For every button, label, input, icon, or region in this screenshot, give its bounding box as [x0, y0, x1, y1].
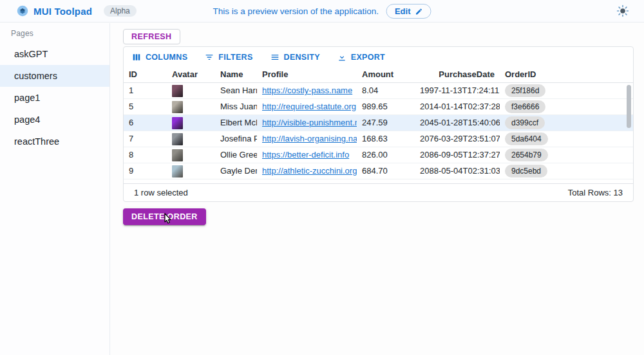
columns-button-label: COLUMNS: [146, 53, 187, 62]
cell-name: Josefina P...: [215, 131, 257, 147]
cell-id: 5: [124, 99, 167, 114]
cell-purchasedate: 2088-05-04T02:31:03.294Z: [415, 163, 500, 179]
delete-order-button[interactable]: DELETE ORDER: [123, 208, 206, 225]
avatar: [172, 165, 183, 178]
cell-avatar: [167, 99, 215, 114]
profile-link[interactable]: http://required-statute.org: [262, 102, 356, 111]
cell-purchasedate: 2076-03-29T23:51:07.968Z: [415, 131, 500, 147]
cell-name: Miss Juan ...: [215, 99, 257, 114]
cell-purchasedate: 2014-01-14T02:37:28.536Z: [415, 99, 500, 114]
sun-icon: [616, 5, 629, 17]
table-row[interactable]: 8 Ollie Green... https://better-deficit.…: [124, 147, 633, 163]
cell-avatar: [167, 115, 215, 131]
refresh-button[interactable]: REFRESH: [123, 29, 180, 44]
cell-avatar: [167, 163, 215, 179]
cell-avatar: [167, 131, 215, 147]
sidebar-item-page4[interactable]: page4: [0, 109, 109, 131]
filter-list-icon: [204, 52, 214, 62]
cell-orderid: f3e6666: [500, 99, 633, 114]
theme-toggle-button[interactable]: [616, 5, 630, 19]
column-header-profile[interactable]: Profile: [257, 66, 357, 82]
cell-orderid: 25f186d: [500, 83, 633, 98]
cell-amount: 826.00: [357, 147, 415, 163]
app-title: MUI Toolpad: [33, 6, 92, 17]
table-row[interactable]: 7 Josefina P... http://lavish-organising…: [124, 131, 633, 147]
profile-link[interactable]: http://lavish-organising.name: [262, 134, 357, 143]
profile-link[interactable]: https://better-deficit.info: [262, 150, 349, 159]
sidebar-item-reactThree[interactable]: reactThree: [0, 131, 109, 152]
cell-id: 7: [124, 131, 167, 147]
cell-orderid: 2654b79: [500, 147, 633, 163]
column-header-name[interactable]: Name: [215, 66, 257, 82]
cell-avatar: [167, 147, 215, 163]
export-button-label: EXPORT: [351, 53, 385, 62]
density-button-label: DENSITY: [284, 53, 320, 62]
cell-amount: 684.70: [357, 163, 415, 179]
orderid-chip: 2654b79: [505, 149, 548, 161]
cell-profile: http://lavish-organising.name: [257, 131, 357, 147]
table-row[interactable]: 1 Sean Harris https://costly-pass.name 8…: [124, 83, 633, 99]
column-header-orderid[interactable]: OrderID: [500, 66, 633, 82]
sidebar-item-askGPT[interactable]: askGPT: [0, 43, 109, 65]
edit-button[interactable]: Edit: [386, 4, 431, 19]
main-content: REFRESH COLUMNS FILTERS: [111, 23, 644, 355]
sidebar-item-customers[interactable]: customers: [0, 65, 109, 87]
density-button[interactable]: DENSITY: [266, 50, 324, 65]
orderid-chip: f3e6666: [505, 100, 545, 113]
cell-id: 6: [124, 115, 167, 131]
cell-name: Elbert McL...: [215, 115, 257, 131]
density-icon: [270, 52, 280, 62]
cell-profile: https://costly-pass.name: [257, 83, 357, 98]
alpha-badge: Alpha: [104, 5, 137, 17]
data-grid: COLUMNS FILTERS DENSITY: [123, 46, 634, 202]
avatar: [172, 117, 183, 129]
profile-link[interactable]: http://visible-punishment.net: [262, 118, 357, 127]
cell-avatar: [167, 83, 215, 98]
cell-name: Gayle Den...: [215, 163, 257, 179]
download-icon: [337, 52, 347, 62]
cell-name: Sean Harris: [215, 83, 257, 98]
columns-button[interactable]: COLUMNS: [128, 50, 191, 65]
brand: MUI Toolpad Alpha: [0, 5, 137, 17]
orderid-chip: 5da6404: [505, 132, 548, 145]
cell-amount: 8.04: [357, 83, 415, 98]
avatar: [172, 149, 183, 161]
column-header-amount[interactable]: Amount: [357, 66, 415, 82]
avatar: [172, 133, 183, 145]
profile-link[interactable]: http://athletic-zucchini.org: [262, 166, 357, 176]
sidebar-items: askGPTcustomerspage1page4reactThree: [0, 43, 109, 152]
table-row[interactable]: 9 Gayle Den... http://athletic-zucchini.…: [124, 163, 633, 179]
cell-id: 9: [124, 163, 167, 179]
view-columns-icon: [131, 52, 142, 62]
cell-orderid: d399ccf: [500, 115, 633, 131]
app-window: MUI Toolpad Alpha This is a preview vers…: [0, 0, 644, 355]
sidebar-item-page1[interactable]: page1: [0, 87, 109, 109]
cell-profile: http://visible-punishment.net: [257, 115, 357, 131]
cell-id: 8: [124, 147, 167, 163]
orderid-chip: 9dc5ebd: [505, 165, 547, 178]
total-rows-status: Total Rows: 13: [568, 188, 623, 197]
grid-header-row: ID Avatar Name Profile Amount PurchaseDa…: [124, 66, 633, 83]
column-header-id[interactable]: ID: [124, 66, 167, 82]
app-bar: MUI Toolpad Alpha This is a preview vers…: [0, 0, 644, 23]
cell-purchasedate: 1997-11-13T17:24:11.769Z: [415, 83, 500, 98]
selected-rows-status: 1 row selected: [134, 188, 188, 197]
column-header-avatar[interactable]: Avatar: [167, 66, 215, 82]
export-button[interactable]: EXPORT: [333, 50, 389, 65]
cell-amount: 247.59: [357, 115, 415, 131]
orderid-chip: 25f186d: [505, 84, 545, 97]
table-row[interactable]: 5 Miss Juan ... http://required-statute.…: [124, 99, 633, 115]
sidebar: Pages askGPTcustomerspage1page4reactThre…: [0, 23, 110, 355]
toolpad-logo-icon: [17, 5, 28, 17]
cell-profile: https://better-deficit.info: [257, 147, 357, 163]
cell-amount: 989.65: [357, 99, 415, 114]
profile-link[interactable]: https://costly-pass.name: [262, 86, 352, 95]
table-row[interactable]: 6 Elbert McL... http://visible-punishmen…: [124, 115, 633, 131]
grid-rows: 1 Sean Harris https://costly-pass.name 8…: [124, 83, 633, 183]
preview-banner: This is a preview version of the applica…: [213, 0, 431, 23]
column-header-purchasedate[interactable]: PurchaseDate: [415, 66, 500, 82]
cell-name: Ollie Green...: [215, 147, 257, 163]
pencil-icon: [415, 8, 422, 15]
vertical-scrollbar-thumb[interactable]: [627, 85, 631, 128]
filters-button[interactable]: FILTERS: [200, 50, 256, 65]
